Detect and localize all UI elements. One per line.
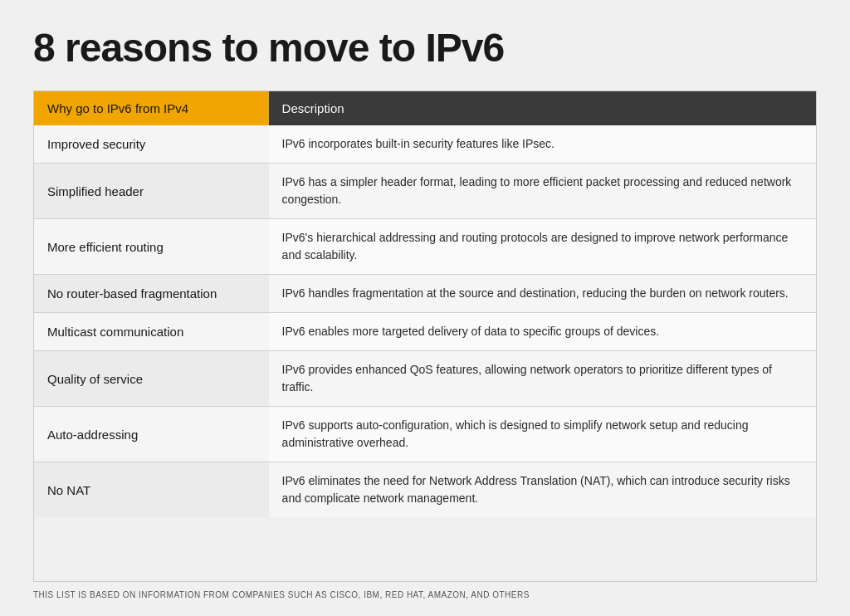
row-description: IPv6 supports auto-configuration, which … — [269, 407, 816, 462]
row-description: IPv6 handles fragmentation at the source… — [269, 275, 816, 313]
table-row: No NATIPv6 eliminates the need for Netwo… — [34, 462, 816, 518]
table-row: Auto-addressingIPv6 supports auto-config… — [34, 407, 816, 462]
table-container: Why go to IPv6 from IPv4 Description Imp… — [33, 90, 817, 582]
row-reason: Improved security — [34, 125, 269, 164]
row-reason: More efficient routing — [34, 219, 269, 275]
reasons-table: Why go to IPv6 from IPv4 Description Imp… — [34, 91, 816, 517]
row-reason: No router-based fragmentation — [34, 275, 269, 313]
header-col-description: Description — [269, 91, 816, 125]
table-row: No router-based fragmentationIPv6 handle… — [34, 275, 816, 313]
row-reason: Quality of service — [34, 351, 269, 407]
row-reason: Auto-addressing — [34, 407, 269, 462]
row-reason: Simplified header — [34, 164, 269, 219]
table-row: Improved securityIPv6 incorporates built… — [34, 125, 816, 164]
table-header-row: Why go to IPv6 from IPv4 Description — [34, 91, 816, 125]
row-description: IPv6 has a simpler header format, leadin… — [269, 164, 816, 219]
footer-text: THIS LIST IS BASED ON INFORMATION FROM C… — [33, 590, 817, 599]
row-description: IPv6 eliminates the need for Network Add… — [269, 462, 816, 518]
row-description: IPv6's hierarchical addressing and routi… — [269, 219, 816, 275]
table-row: More efficient routingIPv6's hierarchica… — [34, 219, 816, 275]
row-description: IPv6 provides enhanced QoS features, all… — [269, 351, 816, 407]
table-row: Simplified headerIPv6 has a simpler head… — [34, 164, 816, 219]
page-title: 8 reasons to move to IPv6 — [33, 25, 817, 71]
row-description: IPv6 incorporates built-in security feat… — [269, 125, 816, 164]
row-reason: Multicast communication — [34, 313, 269, 351]
row-description: IPv6 enables more targeted delivery of d… — [269, 313, 816, 351]
header-col-reason: Why go to IPv6 from IPv4 — [34, 91, 269, 125]
row-reason: No NAT — [34, 462, 269, 518]
page-container: 8 reasons to move to IPv6 Why go to IPv6… — [0, 0, 850, 616]
table-row: Multicast communicationIPv6 enables more… — [34, 313, 816, 351]
table-row: Quality of serviceIPv6 provides enhanced… — [34, 351, 816, 407]
